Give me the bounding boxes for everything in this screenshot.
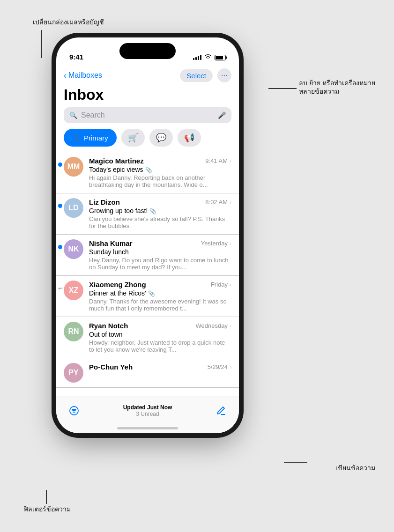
home-indicator [117, 427, 178, 429]
inbox-title: Inbox [56, 84, 239, 107]
email-header: Liz Dizon8:02 AM› [89, 198, 231, 206]
email-meta: 9:41 AM› [205, 157, 231, 164]
email-preview: Can you believe she's already so tall? P… [89, 215, 231, 229]
email-item[interactable]: ↩XZXiaomeng ZhongFriday›Dinner at the Ri… [56, 276, 239, 317]
filter-button[interactable] [66, 402, 82, 419]
bar4 [200, 55, 201, 60]
email-subject-row: Sunday lunch [89, 248, 231, 257]
callout-top-left: เปลี่ยนกล่องเมลหรือบัญชี [33, 18, 104, 26]
email-sender: Magico Martinez [89, 157, 144, 165]
select-button[interactable]: Select [180, 69, 213, 82]
updated-text: Updated Just Now [123, 404, 172, 411]
attachment-icon: 📎 [149, 208, 156, 214]
email-preview: Hi again Danny, Reporting back on anothe… [89, 174, 231, 188]
email-sender: Ryan Notch [89, 322, 128, 330]
tab-shopping[interactable]: 🛒 [121, 129, 145, 147]
email-subject: Dinner at the Ricos' [89, 289, 146, 297]
messages-tab-icon: 💬 [156, 133, 166, 143]
email-item[interactable]: MMMagico Martinez9:41 AM›Today's epic vi… [56, 152, 239, 193]
tab-primary[interactable]: 👤 Primary [64, 129, 117, 147]
more-button[interactable]: ··· [217, 68, 231, 82]
email-meta: Friday› [211, 281, 231, 288]
search-bar[interactable]: 🔍 Search 🎤 [64, 107, 231, 123]
callout-bottom-right: เขียนข้อความ [335, 464, 375, 472]
unread-count: 3 Unread [123, 411, 172, 417]
unread-dot [58, 245, 62, 249]
mail-content: ‹ Mailboxes Select ··· Inbox 🔍 Search 🎤 [56, 65, 239, 433]
tab-messages[interactable]: 💬 [149, 129, 173, 147]
email-header: Nisha KumarYesterday› [89, 239, 231, 247]
promos-tab-icon: 📢 [184, 133, 194, 143]
callout-bottom-left: ฟิลเตอร์ข้อความ [23, 505, 71, 513]
unread-dot [58, 204, 62, 208]
email-chevron-icon: › [230, 240, 231, 247]
email-body: Nisha KumarYesterday›Sunday lunchHey Dan… [89, 239, 231, 271]
avatar: XZ [64, 281, 83, 300]
email-subject-row: Today's epic views📎 [89, 166, 231, 174]
bar1 [193, 58, 194, 60]
email-meta: 5/29/24› [208, 363, 231, 370]
email-subject-row: Growing up too fast!📎 [89, 207, 231, 215]
email-time: Wednesday [196, 322, 228, 329]
avatar: LD [64, 198, 83, 218]
shopping-tab-icon: 🛒 [128, 133, 138, 143]
email-body: Po-Chun Yeh5/29/24› [89, 363, 231, 372]
search-icon: 🔍 [69, 111, 77, 119]
dynamic-island [119, 43, 176, 59]
email-body: Liz Dizon8:02 AM›Growing up too fast!📎Ca… [89, 198, 231, 229]
email-preview: Hey Danny, Do you and Rigo want to come … [89, 257, 231, 271]
email-time: Friday [211, 281, 228, 288]
back-button[interactable]: ‹ Mailboxes [64, 71, 102, 81]
callout-top-right: ลบ ย้าย หรือทำเครื่องหมายหลายข้อความ [299, 79, 375, 96]
email-item[interactable]: RNRyan NotchWednesday›Out of townHowdy, … [56, 317, 239, 358]
battery-fill [216, 56, 223, 59]
email-body: Ryan NotchWednesday›Out of townHowdy, ne… [89, 322, 231, 353]
bar2 [195, 57, 197, 60]
avatar: PY [64, 363, 83, 383]
email-time: 8:02 AM [205, 199, 228, 206]
category-tabs: 👤 Primary 🛒 💬 📢 [56, 129, 239, 152]
compose-button[interactable] [213, 402, 230, 419]
email-header: Xiaomeng ZhongFriday› [89, 281, 231, 288]
email-sender: Xiaomeng Zhong [89, 281, 146, 288]
email-chevron-icon: › [230, 281, 231, 288]
filter-icon [68, 405, 80, 416]
back-chevron-icon: ‹ [64, 71, 67, 81]
avatar: NK [64, 239, 83, 259]
email-list: MMMagico Martinez9:41 AM›Today's epic vi… [56, 152, 239, 393]
email-meta: 8:02 AM› [205, 199, 231, 206]
email-subject: Growing up too fast! [89, 207, 148, 214]
callout-line-tr [268, 88, 297, 89]
email-chevron-icon: › [230, 158, 231, 164]
avatar: RN [64, 322, 83, 341]
email-time: Yesterday [201, 240, 228, 247]
unread-dot [58, 163, 62, 167]
status-time: 9:41 [69, 53, 83, 61]
wifi-icon [204, 54, 212, 61]
email-preview: Howdy, neighbor, Just wanted to drop a q… [89, 339, 231, 353]
email-body: Xiaomeng ZhongFriday›Dinner at the Ricos… [89, 281, 231, 312]
microphone-icon[interactable]: 🎤 [218, 111, 226, 119]
email-item[interactable]: PYPo-Chun Yeh5/29/24› [56, 358, 239, 388]
email-item[interactable]: NKNisha KumarYesterday›Sunday lunchHey D… [56, 235, 239, 276]
email-chevron-icon: › [230, 323, 231, 329]
email-sender: Nisha Kumar [89, 239, 133, 247]
toolbar-center: Updated Just Now 3 Unread [123, 404, 172, 417]
replied-arrow-icon: ↩ [58, 285, 63, 292]
email-subject-row: Dinner at the Ricos'📎 [89, 289, 231, 298]
search-input[interactable]: Search [81, 111, 214, 119]
callout-line-tl [41, 30, 42, 58]
signal-bars-icon [193, 55, 201, 60]
email-header: Po-Chun Yeh5/29/24› [89, 363, 231, 371]
email-item[interactable]: LDLiz Dizon8:02 AM›Growing up too fast!📎… [56, 193, 239, 235]
email-subject: Out of town [89, 331, 123, 338]
email-subject: Today's epic views [89, 166, 143, 173]
tab-promos[interactable]: 📢 [178, 129, 201, 147]
email-chevron-icon: › [230, 199, 231, 206]
battery-icon [215, 55, 226, 60]
outer-wrapper: เปลี่ยนกล่องเมลหรือบัญชี ลบ ย้าย หรือทำเ… [9, 9, 385, 532]
email-preview: Danny, Thanks for the awesome evening! I… [89, 298, 231, 312]
back-label: Mailboxes [68, 71, 102, 80]
bar3 [198, 56, 199, 60]
email-header: Magico Martinez9:41 AM› [89, 157, 231, 165]
